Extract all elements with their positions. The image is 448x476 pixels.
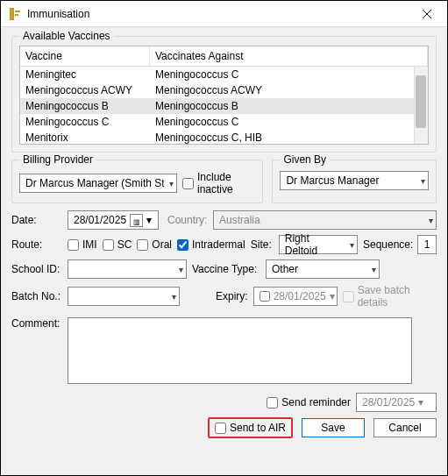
vaccine-type-select[interactable]: Other ▾ <box>266 259 380 279</box>
table-row[interactable]: MeningitecMeningococcus C <box>20 67 428 82</box>
immunisation-dialog: Immunisation Available Vaccines Vaccine … <box>0 0 448 476</box>
svg-rect-0 <box>10 8 14 20</box>
batch-no-select[interactable]: ▾ <box>68 287 180 306</box>
col-against[interactable]: Vaccinates Against <box>150 46 428 66</box>
given-by-label: Given By <box>280 153 330 166</box>
route-intradermal-checkbox[interactable]: Intradermal <box>177 238 245 251</box>
window-title: Immunisation <box>27 8 407 20</box>
grid-scroll-thumb[interactable] <box>416 75 426 128</box>
reminder-date-picker: 28/01/2025 ▾ <box>356 393 437 412</box>
chevron-down-icon: ▾ <box>429 216 433 225</box>
app-icon <box>8 7 22 21</box>
sequence-label: Sequence: <box>363 238 412 251</box>
site-label: Site: <box>251 238 274 251</box>
cancel-button[interactable]: Cancel <box>373 418 437 437</box>
chevron-down-icon: ▾ <box>172 292 176 302</box>
grid-scrollbar[interactable] <box>414 67 428 144</box>
route-sc-checkbox[interactable]: SC <box>103 238 132 251</box>
svg-rect-2 <box>15 14 18 16</box>
billing-provider-group: Billing Provider Dr Marcus Manager (Smit… <box>11 160 263 203</box>
available-vaccines-group: Available Vaccines Vaccine Vaccinates Ag… <box>11 36 437 153</box>
chevron-down-icon: ▾ <box>179 265 183 274</box>
send-to-air-checkbox[interactable]: Send to AIR <box>215 422 286 434</box>
site-select[interactable]: Right Deltoid ▾ <box>279 235 358 254</box>
billing-provider-select[interactable]: Dr Marcus Manager (Smith Street P ▾ <box>19 174 177 193</box>
route-label: Route: <box>11 238 62 251</box>
school-id-select[interactable]: ▾ <box>68 259 187 279</box>
expiry-enable-checkbox[interactable] <box>260 291 270 302</box>
batch-no-label: Batch No.: <box>11 290 62 302</box>
school-id-label: School ID: <box>11 263 62 275</box>
close-button[interactable] <box>407 1 447 27</box>
chevron-down-icon: ▾ <box>146 214 152 226</box>
comment-label: Comment: <box>11 317 62 330</box>
available-vaccines-label: Available Vaccines <box>19 30 114 42</box>
route-oral-checkbox[interactable]: Oral <box>137 238 172 251</box>
send-to-air-highlight: Send to AIR <box>208 417 293 438</box>
comment-textarea[interactable] <box>68 317 412 384</box>
titlebar: Immunisation <box>1 1 447 27</box>
given-by-group: Given By Dr Marcus Manager ▾ <box>272 160 437 203</box>
expiry-date-picker[interactable]: 28/01/2025 ▾ <box>253 287 338 306</box>
col-vaccine[interactable]: Vaccine <box>20 46 150 66</box>
save-batch-details-checkbox: Save batch details <box>343 284 437 309</box>
expiry-label: Expiry: <box>185 290 248 302</box>
chevron-down-icon: ▾ <box>418 396 423 409</box>
chevron-down-icon: ▾ <box>169 179 174 188</box>
vaccine-type-label: Vaccine Type: <box>192 263 260 275</box>
chevron-down-icon: ▾ <box>372 265 376 274</box>
table-row[interactable]: Meningococcus CMeningococcus C <box>20 114 428 130</box>
billing-provider-label: Billing Provider <box>19 153 96 166</box>
route-imi-checkbox[interactable]: IMI <box>68 238 97 251</box>
country-label: Country: <box>167 214 208 226</box>
date-picker[interactable]: 28/01/2025 ▥ ▾ <box>68 210 159 230</box>
vaccine-grid-header: Vaccine Vaccinates Against <box>20 46 428 67</box>
table-row[interactable]: MenitorixMeningococcus C, HIB <box>20 130 428 144</box>
save-button[interactable]: Save <box>302 418 365 437</box>
svg-rect-1 <box>15 11 20 12</box>
send-reminder-checkbox[interactable]: Send reminder <box>267 396 351 409</box>
chevron-down-icon: ▾ <box>421 176 425 186</box>
table-row[interactable]: Meningococcus ACWYMeningococcus ACWY <box>20 82 428 98</box>
close-icon <box>423 10 431 18</box>
chevron-down-icon: ▾ <box>330 290 335 302</box>
country-select: Australia ▾ <box>213 210 437 230</box>
date-label: Date: <box>11 214 62 226</box>
table-row[interactable]: Meningococcus BMeningococcus B <box>20 98 428 114</box>
vaccine-grid[interactable]: Vaccine Vaccinates Against MeningitecMen… <box>19 46 429 145</box>
chevron-down-icon: ▾ <box>350 240 354 250</box>
calendar-icon: ▥ <box>130 214 143 227</box>
include-inactive-checkbox[interactable]: Include inactive <box>182 171 255 195</box>
sequence-input[interactable] <box>417 235 437 254</box>
given-by-select[interactable]: Dr Marcus Manager ▾ <box>280 171 429 190</box>
